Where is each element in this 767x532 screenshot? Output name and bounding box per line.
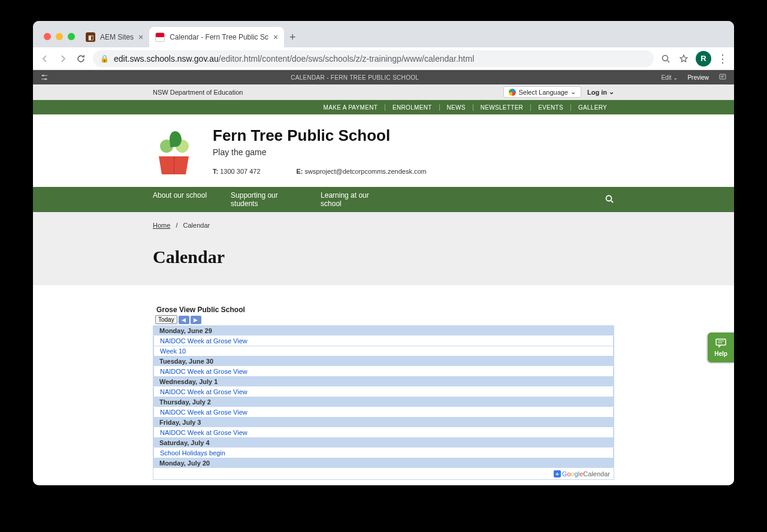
calendar-day-header: Saturday, July 4 bbox=[153, 438, 614, 448]
calendar-event[interactable]: Week 10 bbox=[153, 346, 614, 356]
help-button[interactable]: Help bbox=[708, 332, 734, 362]
url-text: edit.sws.schools.nsw.gov.au/editor.html/… bbox=[114, 54, 474, 64]
close-tab-icon[interactable]: × bbox=[138, 32, 143, 42]
browser-tab-aem[interactable]: ◧ AEM Sites × bbox=[80, 27, 149, 47]
svg-rect-3 bbox=[720, 74, 726, 79]
top-strip: NSW Department of Education Select Langu… bbox=[33, 84, 734, 100]
nav-item-learning-at-our-school[interactable]: Learning at our school bbox=[321, 191, 386, 208]
calendar-widget: Monday, June 29NAIDOC Week at Grose View… bbox=[153, 325, 614, 480]
search-icon[interactable] bbox=[660, 53, 672, 65]
main-nav: About our schoolSupporting our studentsL… bbox=[33, 187, 734, 212]
google-translate-icon bbox=[509, 89, 516, 96]
school-name: Fern Tree Public School bbox=[213, 126, 427, 145]
quicklink-news[interactable]: NEWS bbox=[440, 104, 473, 111]
profile-avatar[interactable]: R bbox=[696, 51, 711, 66]
maximize-window-icon[interactable] bbox=[68, 33, 75, 40]
new-tab-button[interactable]: + bbox=[284, 29, 301, 46]
quicklink-events[interactable]: EVENTS bbox=[531, 104, 571, 111]
svg-point-2 bbox=[45, 78, 47, 80]
lock-icon: 🔒 bbox=[100, 55, 109, 63]
prev-button[interactable]: ◀ bbox=[179, 316, 189, 324]
minimize-window-icon[interactable] bbox=[56, 33, 63, 40]
reload-button[interactable] bbox=[75, 53, 87, 65]
browser-tab-calendar[interactable]: Calendar - Fern Tree Public Sc × bbox=[149, 27, 284, 47]
nav-item-supporting-our-students[interactable]: Supporting our students bbox=[231, 191, 297, 208]
back-button[interactable] bbox=[39, 53, 51, 65]
school-logo-icon bbox=[153, 126, 195, 174]
next-button[interactable]: ▶ bbox=[191, 316, 201, 324]
aem-favicon-icon: ◧ bbox=[86, 32, 95, 42]
calendar-day-header: Monday, June 29 bbox=[153, 326, 614, 336]
close-tab-icon[interactable]: × bbox=[273, 32, 278, 42]
address-bar: 🔒 edit.sws.schools.nsw.gov.au/editor.htm… bbox=[33, 47, 734, 70]
browser-menu-icon[interactable]: ⋮ bbox=[717, 52, 728, 65]
today-button[interactable]: Today bbox=[155, 315, 177, 324]
calendar-event[interactable]: NAIDOC Week at Grose View bbox=[153, 387, 614, 397]
quicklink-enrolment[interactable]: ENROLMENT bbox=[385, 104, 439, 111]
school-motto: Play the game bbox=[213, 147, 427, 157]
calendar-footer[interactable]: +GoogleCalendar bbox=[153, 468, 614, 479]
calendar-day-header: Wednesday, July 1 bbox=[153, 377, 614, 387]
language-selector[interactable]: Select Language ⌄ bbox=[503, 86, 581, 98]
close-window-icon[interactable] bbox=[44, 33, 51, 40]
breadcrumb-current: Calendar bbox=[183, 222, 210, 229]
add-calendar-icon[interactable]: + bbox=[554, 470, 561, 477]
nav-item-about-our-school[interactable]: About our school bbox=[153, 191, 207, 208]
login-link[interactable]: Log in ⌄ bbox=[587, 88, 614, 96]
calendar-event[interactable]: School Holidays begin bbox=[153, 448, 614, 458]
phone: T: 1300 307 472 bbox=[213, 168, 261, 175]
nav-search-icon[interactable] bbox=[605, 194, 614, 205]
calendar-nav: Today ◀ ▶ bbox=[153, 315, 614, 325]
window-controls bbox=[39, 33, 80, 47]
calendar-day-header: Thursday, July 2 bbox=[153, 397, 614, 407]
calendar-day-header: Tuesday, June 30 bbox=[153, 356, 614, 367]
school-header: Fern Tree Public School Play the game T:… bbox=[33, 114, 734, 187]
page-content: NSW Department of Education Select Langu… bbox=[33, 84, 734, 485]
breadcrumb: Home / Calendar bbox=[153, 222, 614, 229]
page-title: Calendar bbox=[153, 247, 614, 267]
calendar-day-header: Monday, July 20 bbox=[153, 458, 614, 468]
page-header-area: Home / Calendar Calendar bbox=[33, 212, 734, 285]
calendar-event[interactable]: NAIDOC Week at Grose View bbox=[153, 428, 614, 438]
quicklink-newsletter[interactable]: NEWSLETTER bbox=[473, 104, 531, 111]
dept-label: NSW Department of Education bbox=[153, 89, 243, 96]
quicklink-make-a-payment[interactable]: MAKE A PAYMENT bbox=[316, 104, 386, 111]
url-field[interactable]: 🔒 edit.sws.schools.nsw.gov.au/editor.htm… bbox=[93, 50, 654, 67]
chevron-down-icon: ⌄ bbox=[609, 88, 614, 96]
panel-toggle-icon[interactable] bbox=[40, 73, 49, 81]
annotate-icon[interactable] bbox=[718, 72, 727, 82]
aem-toolbar: CALENDAR - FERN TREE PUBLIC SCHOOL Edit … bbox=[33, 70, 734, 84]
calendar-event[interactable]: NAIDOC Week at Grose View bbox=[153, 367, 614, 377]
nsw-favicon-icon bbox=[155, 32, 165, 42]
browser-window: ◧ AEM Sites × Calendar - Fern Tree Publi… bbox=[33, 21, 734, 485]
aem-page-title: CALENDAR - FERN TREE PUBLIC SCHOOL bbox=[49, 74, 661, 81]
calendar-day-header: Friday, July 3 bbox=[153, 418, 614, 428]
tab-bar: ◧ AEM Sites × Calendar - Fern Tree Publi… bbox=[33, 21, 734, 47]
svg-point-0 bbox=[663, 55, 668, 61]
tab-title: AEM Sites bbox=[100, 33, 134, 41]
email: E: swsproject@detcorpcomms.zendesk.com bbox=[297, 168, 427, 175]
breadcrumb-home[interactable]: Home bbox=[153, 222, 170, 229]
calendar-source-title: Grose View Public School bbox=[153, 303, 614, 315]
tab-title: Calendar - Fern Tree Public Sc bbox=[170, 33, 268, 41]
quicklink-gallery[interactable]: GALLERY bbox=[571, 104, 614, 111]
chevron-down-icon: ⌄ bbox=[673, 74, 678, 81]
edit-mode-dropdown[interactable]: Edit ⌄ bbox=[661, 74, 678, 81]
svg-point-4 bbox=[606, 195, 612, 201]
svg-rect-5 bbox=[716, 339, 726, 345]
quick-links: MAKE A PAYMENTENROLMENTNEWSNEWSLETTEREVE… bbox=[33, 100, 734, 114]
calendar-event[interactable]: NAIDOC Week at Grose View bbox=[153, 407, 614, 418]
bookmark-icon[interactable] bbox=[678, 53, 690, 65]
svg-point-1 bbox=[43, 75, 44, 77]
preview-button[interactable]: Preview bbox=[687, 74, 709, 81]
chevron-down-icon: ⌄ bbox=[570, 88, 576, 96]
calendar-event[interactable]: NAIDOC Week at Grose View bbox=[153, 336, 614, 346]
forward-button[interactable] bbox=[57, 53, 69, 65]
